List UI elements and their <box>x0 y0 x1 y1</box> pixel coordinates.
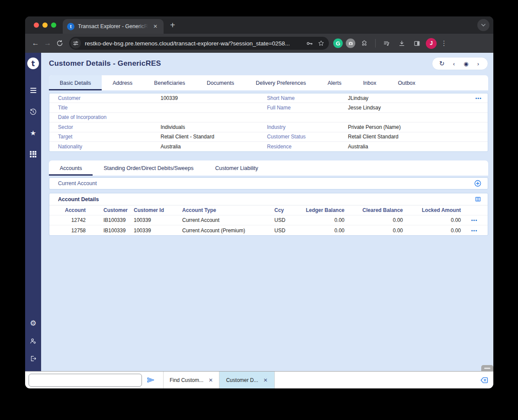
browser-toolbar: ← → restko-dev-bsg.pre.temenos.cloud/tra… <box>25 34 493 53</box>
main-tabstrip: Basic Details Address Beneficiaries Docu… <box>49 75 488 90</box>
current-account-row: Current Account <box>49 177 488 189</box>
history-clock-icon <box>29 108 37 115</box>
account-details-card: Account Details Account Customer Custome… <box>49 193 488 236</box>
send-command-button[interactable] <box>147 376 155 384</box>
zoom-window-button[interactable] <box>51 22 56 28</box>
col-ledger-balance[interactable]: Ledger Balance <box>298 207 344 213</box>
chrome-menu-button[interactable]: ⋮ <box>440 39 448 47</box>
back-button[interactable]: ← <box>29 37 42 49</box>
tab-delivery-preferences[interactable]: Delivery Preferences <box>245 75 317 90</box>
profile-avatar[interactable]: J <box>426 38 437 49</box>
menu-button[interactable] <box>28 85 39 96</box>
table-row[interactable]: 12742 IB100339 100339 Current Account US… <box>49 215 488 225</box>
tab-basic-details[interactable]: Basic Details <box>49 75 102 90</box>
address-bar[interactable]: restko-dev-bsg.pre.temenos.cloud/transac… <box>69 37 329 50</box>
favorites-button[interactable]: ★ <box>28 128 39 138</box>
window-controls <box>34 22 56 28</box>
url-text[interactable]: restko-dev-bsg.pre.temenos.cloud/transac… <box>85 40 302 47</box>
next-record-button[interactable]: › <box>472 61 484 67</box>
tab-alerts[interactable]: Alerts <box>317 75 352 90</box>
history-button[interactable] <box>28 106 39 117</box>
field-value[interactable]: 100339 <box>161 95 267 101</box>
user-admin-button[interactable] <box>28 336 39 346</box>
app-sidebar: t ★ ⚙ <box>25 53 41 371</box>
settings-button[interactable]: ⚙ <box>28 318 39 328</box>
panel-handle[interactable] <box>481 365 493 372</box>
plus-circle-icon <box>474 180 482 187</box>
previous-record-button[interactable]: ‹ <box>448 61 460 67</box>
field-label: Date of Incorporation <box>58 114 470 120</box>
command-input[interactable] <box>29 374 142 387</box>
camera-icon <box>348 41 354 46</box>
close-icon[interactable]: ✕ <box>209 377 213 383</box>
grammarly-extension-button[interactable]: G <box>333 38 343 48</box>
field-value[interactable]: Retail Client - Standard <box>161 134 267 140</box>
minimize-window-button[interactable] <box>42 22 48 28</box>
add-account-button[interactable] <box>474 180 482 187</box>
tab-close-icon[interactable]: ✕ <box>151 22 159 30</box>
col-customer-id[interactable]: Customer Id <box>134 207 182 213</box>
field-value[interactable]: Australia <box>161 144 267 150</box>
tune-icon <box>73 40 79 46</box>
tab-documents[interactable]: Documents <box>196 75 245 90</box>
tab-standing-orders[interactable]: Standing Order/Direct Debits/Sweeps <box>93 160 204 176</box>
cell-customer: IB100339 <box>86 217 134 223</box>
side-panel-button[interactable] <box>411 37 423 49</box>
col-cleared-balance[interactable]: Cleared Balance <box>344 207 403 213</box>
tab-outbox[interactable]: Outbox <box>387 75 426 90</box>
row-overflow-menu[interactable]: ••• <box>461 218 488 223</box>
reload-button[interactable] <box>54 37 66 49</box>
workspace-tab-customer-details[interactable]: Customer D... ✕ <box>219 372 275 388</box>
row-overflow-menu[interactable]: ••• <box>461 228 488 233</box>
tab-address[interactable]: Address <box>102 75 143 90</box>
bookmark-button[interactable] <box>318 40 325 47</box>
field-value[interactable]: Private Person (Name) <box>348 124 470 130</box>
cell-account-type: Current Account <box>182 217 274 223</box>
tab-beneficiaries[interactable]: Beneficiaries <box>143 75 196 90</box>
record-nav-pill: ↻ ‹ ◉ › <box>432 57 488 70</box>
password-manager-button[interactable] <box>306 40 313 47</box>
tab-customer-liability[interactable]: Customer Liability <box>204 160 269 176</box>
screenshot-extension-button[interactable] <box>346 38 355 48</box>
col-ccy[interactable]: Ccy <box>274 207 298 213</box>
split-panel-icon <box>413 40 421 47</box>
column-settings-button[interactable] <box>475 196 481 202</box>
form-row-sector: Sector Individuals Industry Private Pers… <box>49 122 488 132</box>
new-tab-button[interactable]: + <box>170 20 175 30</box>
temenos-logo[interactable]: t <box>27 58 39 69</box>
logout-icon <box>30 355 37 362</box>
tab-search-button[interactable] <box>477 19 489 31</box>
col-locked-amount[interactable]: Locked Amount <box>403 207 461 213</box>
clear-input-button[interactable] <box>480 376 489 385</box>
star-outline-icon <box>318 40 325 47</box>
field-value[interactable]: Individuals <box>161 124 267 130</box>
forward-button: → <box>42 37 54 49</box>
extensions-button[interactable] <box>358 37 370 49</box>
field-value[interactable]: Australia <box>348 144 470 150</box>
col-account[interactable]: Account <box>49 207 86 213</box>
field-value[interactable]: Jesse Lindsay <box>348 105 470 111</box>
field-value[interactable]: Retail Client Standard <box>348 134 470 140</box>
logout-button[interactable] <box>28 353 39 364</box>
tab-inbox[interactable]: Inbox <box>352 75 387 90</box>
field-label: Short Name <box>267 95 348 101</box>
table-row[interactable]: 12758 IB100339 100339 Current Account (P… <box>49 225 488 235</box>
record-indicator-button[interactable]: ◉ <box>460 61 472 67</box>
downloads-button[interactable] <box>396 37 408 49</box>
close-icon[interactable]: ✕ <box>263 377 267 383</box>
workspace-tab-find-customer[interactable]: Find Custom... ✕ <box>163 372 219 388</box>
refresh-record-button[interactable]: ↻ <box>436 60 448 67</box>
site-settings-button[interactable] <box>71 38 81 48</box>
chevron-down-icon <box>481 22 486 28</box>
media-controls-button[interactable] <box>380 37 393 49</box>
tab-accounts[interactable]: Accounts <box>49 160 93 176</box>
field-value[interactable]: JLindsay <box>348 95 470 101</box>
browser-tab[interactable]: t Transact Explorer - GenericRE ✕ <box>63 19 164 34</box>
close-window-button[interactable] <box>34 22 39 28</box>
apps-grid-button[interactable] <box>28 149 39 159</box>
form-overflow-menu[interactable]: ••• <box>470 96 488 101</box>
cell-ccy: USD <box>274 228 298 234</box>
form-row-target: Target Retail Client - Standard Customer… <box>49 132 488 142</box>
col-account-type[interactable]: Account Type <box>182 207 274 213</box>
col-customer[interactable]: Customer <box>86 207 134 213</box>
